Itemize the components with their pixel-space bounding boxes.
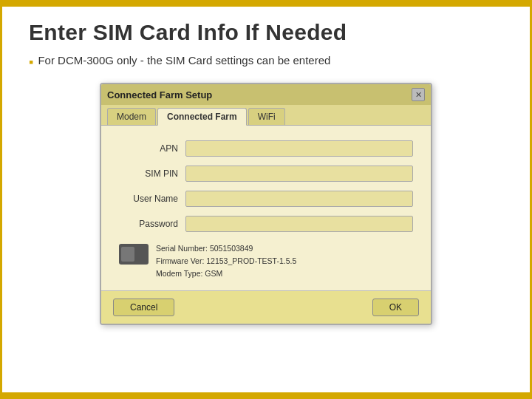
device-modem-type: Modem Type: GSM	[156, 267, 296, 280]
ok-button[interactable]: OK	[372, 299, 419, 316]
dialog-wrapper: Connected Farm Setup ✕ Modem Connected F…	[29, 83, 503, 383]
form-row-username: User Name	[119, 191, 413, 207]
subtitle-row: ▪ For DCM-300G only - the SIM Card setti…	[29, 54, 503, 71]
label-username: User Name	[119, 194, 185, 204]
device-firmware: Firmware Ver: 12153_PROD-TEST-1.5.5	[156, 255, 296, 267]
page: Enter SIM Card Info If Needed ▪ For DCM-…	[2, 2, 530, 397]
dialog: Connected Farm Setup ✕ Modem Connected F…	[100, 83, 432, 324]
label-apn: APN	[119, 143, 185, 154]
input-username[interactable]	[185, 191, 413, 207]
input-password[interactable]	[185, 216, 413, 232]
label-password: Password	[119, 219, 185, 229]
device-info-text: Serial Number: 5051503849 Firmware Ver: …	[156, 242, 296, 279]
dialog-footer: Cancel OK	[101, 290, 431, 324]
tab-connected-farm[interactable]: Connected Farm	[157, 108, 247, 126]
form-row-apn: APN	[119, 140, 413, 157]
label-simpin: SIM PIN	[119, 168, 185, 179]
device-info-section: Serial Number: 5051503849 Firmware Ver: …	[119, 242, 413, 279]
dialog-tabs: Modem Connected Farm WiFi	[101, 105, 431, 126]
input-simpin[interactable]	[185, 166, 413, 182]
main-content: Enter SIM Card Info If Needed ▪ For DCM-…	[2, 7, 530, 392]
form-row-simpin: SIM PIN	[119, 166, 413, 182]
cancel-button[interactable]: Cancel	[113, 299, 174, 316]
tab-wifi[interactable]: WiFi	[248, 108, 285, 125]
device-icon	[119, 244, 149, 265]
subtitle-text: For DCM-300G only - the SIM Card setting…	[38, 54, 330, 66]
tab-modem[interactable]: Modem	[107, 108, 156, 125]
input-apn[interactable]	[185, 140, 413, 157]
form-row-password: Password	[119, 216, 413, 232]
page-title: Enter SIM Card Info If Needed	[29, 20, 503, 45]
device-serial: Serial Number: 5051503849	[156, 242, 296, 255]
dialog-body: APN SIM PIN User Name Password	[101, 126, 431, 290]
bullet-icon: ▪	[29, 54, 33, 71]
dialog-close-button[interactable]: ✕	[412, 88, 425, 101]
bottom-border	[2, 392, 530, 397]
dialog-titlebar: Connected Farm Setup ✕	[101, 84, 431, 105]
dialog-title: Connected Farm Setup	[107, 89, 212, 100]
